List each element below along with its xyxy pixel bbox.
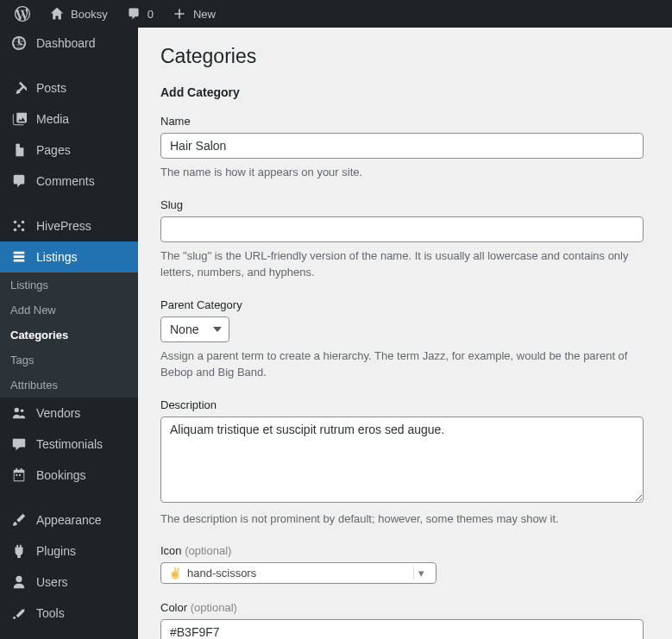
description-textarea[interactable] xyxy=(160,417,644,503)
menu-hivepress[interactable]: HivePress xyxy=(0,210,138,241)
menu-appearance[interactable]: Appearance xyxy=(0,504,138,536)
menu-media[interactable]: Media xyxy=(0,103,138,135)
main-content: Categories Add Category Name The name is… xyxy=(138,28,672,639)
svg-point-4 xyxy=(22,229,25,232)
plugin-icon xyxy=(10,542,28,560)
page-title: Categories xyxy=(160,45,650,68)
name-input[interactable] xyxy=(160,133,644,159)
menu-bookings[interactable]: Bookings xyxy=(0,460,138,491)
svg-point-3 xyxy=(14,229,17,232)
menu-comments[interactable]: Comments xyxy=(0,166,138,197)
menu-dashboard[interactable]: Dashboard xyxy=(0,28,138,59)
slug-input[interactable] xyxy=(160,216,644,242)
menu-vendors[interactable]: Vendors xyxy=(0,398,138,429)
submenu-add-new[interactable]: Add New xyxy=(0,298,138,323)
wrench-icon xyxy=(10,605,28,622)
vendors-icon xyxy=(10,404,28,422)
user-icon xyxy=(10,573,28,591)
field-name: Name The name is how it appears on your … xyxy=(160,115,644,181)
section-heading: Add Category xyxy=(160,85,644,99)
site-name: Booksy xyxy=(71,8,108,21)
icon-value: hand-scissors xyxy=(187,567,413,579)
field-slug: Slug The "slug" is the URL-friendly vers… xyxy=(160,198,644,281)
description-label: Description xyxy=(160,398,644,411)
site-name-item[interactable]: Booksy xyxy=(41,5,115,22)
menu-users[interactable]: Users xyxy=(0,567,138,598)
name-help: The name is how it appears on your site. xyxy=(160,164,644,181)
svg-point-5 xyxy=(17,224,21,228)
svg-point-8 xyxy=(16,576,22,582)
field-color: Color (optional) xyxy=(160,601,644,639)
menu-plugins[interactable]: Plugins xyxy=(0,536,138,567)
slug-help: The "slug" is the URL-friendly version o… xyxy=(160,247,644,281)
color-label: Color (optional) xyxy=(160,601,644,614)
svg-point-7 xyxy=(21,410,24,413)
chevron-down-icon: ▾ xyxy=(413,567,429,579)
parent-label: Parent Category xyxy=(160,298,644,311)
admin-toolbar: Booksy 0 New xyxy=(0,0,672,28)
admin-sidebar: Dashboard Posts Media Pages Comments Hiv… xyxy=(0,28,138,639)
new-content-item[interactable]: New xyxy=(164,5,223,22)
menu-testimonials[interactable]: Testimonials xyxy=(0,429,138,460)
field-description: Description The description is not promi… xyxy=(160,398,644,528)
testimonials-icon xyxy=(10,435,28,453)
comment-icon xyxy=(125,5,142,22)
field-icon: Icon (optional) ✌ hand-scissors ▾ xyxy=(160,544,644,584)
submenu-categories[interactable]: Categories xyxy=(0,323,138,348)
comments-bubble-item[interactable]: 0 xyxy=(118,5,160,22)
svg-point-2 xyxy=(22,221,25,224)
wordpress-icon xyxy=(14,5,31,22)
media-icon xyxy=(10,110,28,128)
sliders-icon xyxy=(10,636,28,639)
field-parent: Parent Category None Assign a parent ter… xyxy=(160,298,644,381)
plus-icon xyxy=(171,5,188,22)
svg-point-6 xyxy=(15,408,19,412)
slug-label: Slug xyxy=(160,198,644,211)
hivepress-icon xyxy=(10,217,28,235)
parent-help: Assign a parent term to create a hierarc… xyxy=(160,348,644,381)
comments-count: 0 xyxy=(148,8,154,21)
color-input[interactable] xyxy=(160,619,644,639)
menu-tools[interactable]: Tools xyxy=(0,598,138,629)
menu-settings[interactable]: Settings xyxy=(0,629,138,639)
listings-icon xyxy=(10,248,28,266)
menu-posts[interactable]: Posts xyxy=(0,72,138,103)
name-label: Name xyxy=(160,115,644,128)
menu-listings[interactable]: Listings xyxy=(0,241,138,273)
page-icon xyxy=(10,141,28,159)
pushpin-icon xyxy=(10,79,28,97)
parent-select[interactable]: None xyxy=(160,316,229,342)
home-icon xyxy=(48,5,66,22)
listings-submenu: Listings Add New Categories Tags Attribu… xyxy=(0,273,138,398)
hand-scissors-icon: ✌ xyxy=(168,567,182,579)
submenu-tags[interactable]: Tags xyxy=(0,348,138,373)
dashboard-icon xyxy=(10,34,28,52)
submenu-attributes[interactable]: Attributes xyxy=(0,373,138,398)
submenu-listings[interactable]: Listings xyxy=(0,273,138,298)
icon-label: Icon (optional) xyxy=(160,544,644,557)
description-help: The description is not prominent by defa… xyxy=(160,511,644,528)
comment-icon xyxy=(10,172,28,190)
icon-combobox[interactable]: ✌ hand-scissors ▾ xyxy=(160,562,436,584)
menu-pages[interactable]: Pages xyxy=(0,135,138,166)
wp-logo-item[interactable] xyxy=(7,5,38,22)
svg-point-1 xyxy=(14,221,17,224)
new-label: New xyxy=(193,8,216,21)
calendar-icon xyxy=(10,467,28,484)
brush-icon xyxy=(10,511,28,529)
